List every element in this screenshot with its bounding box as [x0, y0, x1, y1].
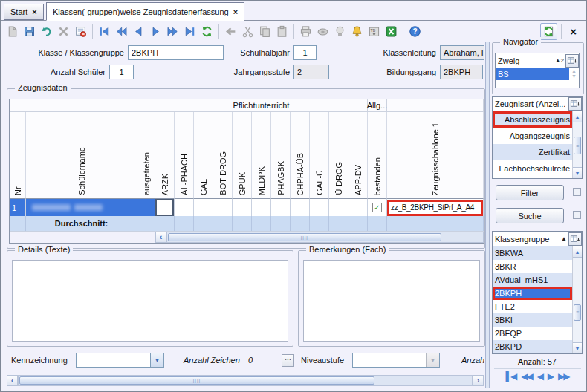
grade-cell-PHAGBK[interactable] [271, 199, 291, 216]
form-remove-icon[interactable] [73, 24, 88, 39]
grade-cell-BOT-DROG[interactable] [213, 199, 233, 216]
scroll-thumb[interactable]: |||| [168, 233, 441, 241]
tab-close-icon[interactable]: × [233, 7, 238, 16]
zweig-scrollbar[interactable]: ▲ ▼ [569, 68, 579, 88]
splitter-handle[interactable] [485, 42, 490, 388]
next-record-icon[interactable]: ▶ [548, 371, 553, 382]
bemerkungen-textarea[interactable] [303, 260, 480, 342]
klassengruppe-item[interactable]: 3BKI [493, 313, 572, 327]
excel-export-icon[interactable] [383, 24, 399, 39]
anzahl-schueler-input[interactable]: 1 [109, 65, 134, 79]
first-record-icon[interactable] [97, 24, 112, 39]
notification-bell-icon[interactable] [349, 24, 365, 39]
bestanden-checkbox[interactable]: ✓ [372, 203, 382, 212]
column-chooser-icon[interactable] [565, 54, 579, 68]
klassengruppe-item[interactable]: 2BKPH [493, 287, 572, 300]
print-icon[interactable] [298, 24, 314, 39]
fast-previous-icon[interactable]: ◀◀ [521, 371, 531, 382]
export-icon[interactable] [315, 24, 331, 39]
klassengruppe-item[interactable]: AVdual_mHS1 [493, 273, 572, 287]
chevron-down-icon[interactable]: ▼ [573, 342, 582, 353]
back-icon[interactable] [223, 24, 239, 39]
last-record-icon[interactable] [182, 24, 198, 39]
previous-record-icon[interactable]: ◀ [537, 371, 542, 382]
chevron-down-icon[interactable]: ▼ [150, 353, 163, 367]
save-icon[interactable] [22, 24, 37, 39]
grade-cell-APP-DV[interactable] [348, 199, 368, 216]
scroll-track[interactable]: |||| [18, 375, 473, 386]
zeugnisart-item[interactable]: Abschlusszeugnis [493, 111, 572, 128]
scroll-right-icon[interactable]: › [473, 375, 484, 386]
fast-next-icon[interactable]: ▶▶ [558, 371, 568, 382]
grade-cell-MEDPK[interactable] [252, 199, 271, 216]
scroll-thumb[interactable]: ≡ [574, 137, 581, 154]
klassengruppe-item[interactable]: 3BKWA [493, 246, 572, 260]
scroll-thumb[interactable]: |||| [19, 376, 374, 385]
column-chooser-icon[interactable] [568, 232, 582, 246]
grid-hscrollbar[interactable]: ‹|||| [10, 231, 484, 243]
grade-cell-GAL-Ü[interactable] [310, 199, 329, 216]
refresh-icon[interactable] [199, 24, 215, 39]
klassengruppe-item[interactable]: 2BKPD [493, 340, 572, 353]
scroll-left-icon[interactable]: ‹ [155, 232, 166, 243]
chevron-down-icon[interactable]: ▼ [573, 167, 582, 178]
next-record-icon[interactable] [148, 24, 163, 39]
scroll-track[interactable]: |||| [166, 232, 484, 243]
student-row[interactable]: 1✓zz_B_2BKPH_StPrf_A_A4 [10, 199, 484, 216]
suche-button[interactable]: Suche [496, 208, 564, 223]
close-icon[interactable]: × [565, 25, 582, 38]
details-textarea[interactable] [12, 260, 288, 342]
zeugnisart-item[interactable]: Zertifikat [493, 144, 572, 160]
filter-button[interactable]: Filter [496, 185, 564, 200]
klassengruppe-item[interactable]: 3BKR [493, 260, 572, 273]
klassengruppe-header[interactable]: Klassengruppe ▲ [493, 232, 582, 246]
zeugnisart-item[interactable]: Abgangszeugnis [493, 128, 572, 144]
chevron-up-icon[interactable]: ▲ [573, 246, 582, 258]
klassengruppe-scrollbar[interactable]: ▲ ≡ ▼ [572, 246, 582, 353]
schulhalbjahr-input[interactable]: 1 [294, 45, 317, 60]
kennzeichnung-combobox[interactable]: ▼ [76, 353, 164, 368]
fast-previous-icon[interactable] [114, 24, 129, 39]
scroll-left-icon[interactable]: ‹ [7, 375, 18, 386]
row-number-cell[interactable]: 1 [10, 199, 26, 216]
scroll-thumb[interactable]: ≡ [574, 304, 581, 321]
zeugnisart-item[interactable]: Fachhochschulreife [493, 160, 572, 177]
tab-start[interactable]: Start × [4, 4, 44, 20]
copy-icon[interactable] [257, 24, 273, 39]
help-icon[interactable]: ? [407, 24, 423, 39]
klassengruppe-item[interactable]: 2BFQP [493, 327, 572, 340]
zeugnisschablone-cell[interactable]: zz_B_2BKPH_StPrf_A_A4 [387, 199, 484, 216]
zeugnisart-header[interactable]: Zeugnisart (Anzei... [493, 97, 582, 111]
first-record-icon[interactable]: ▌◀ [505, 371, 516, 382]
grade-cell-GAL[interactable] [194, 199, 213, 216]
switch-view-icon[interactable] [540, 23, 557, 40]
column-chooser-icon[interactable] [568, 97, 582, 111]
ausgetreten-cell[interactable] [137, 199, 155, 216]
paste-icon[interactable] [274, 24, 290, 39]
grade-cell-ARZK[interactable] [155, 199, 175, 216]
grade-cell-GPUK[interactable] [233, 199, 252, 216]
bestanden-cell[interactable]: ✓ [368, 199, 387, 216]
new-record-icon[interactable] [4, 24, 20, 39]
zweig-item[interactable]: BS [496, 68, 569, 80]
grade-cell-CHPHA-ÜB[interactable] [291, 199, 310, 216]
student-name-cell-redacted[interactable] [26, 199, 137, 216]
grade-cell-Ü-DROG[interactable] [329, 199, 348, 216]
ellipsis-button[interactable]: ... [282, 354, 294, 367]
fast-next-icon[interactable] [165, 24, 181, 39]
suche-checkbox[interactable] [573, 211, 581, 219]
zweig-header[interactable]: Zweig ▲2 [496, 53, 579, 68]
hint-icon[interactable] [332, 24, 348, 39]
zeugnisart-scrollbar[interactable]: ▲ ≡ ▼ [572, 111, 582, 178]
zeugnisschablone-value[interactable]: zz_B_2BKPH_StPrf_A_A4 [387, 200, 483, 216]
main-hscrollbar[interactable]: ‹ |||| › [7, 375, 484, 386]
tab-zeugnisdatenerfassung[interactable]: Klassen(-gruppen)weise Zeugnisdatenerfas… [46, 2, 244, 21]
chevron-up-icon[interactable]: ▲ [573, 111, 582, 122]
grade-cell-AL-PHACH[interactable] [175, 199, 194, 216]
undo-icon[interactable] [39, 24, 54, 39]
cut-icon[interactable] [240, 24, 256, 39]
klassengruppe-item[interactable]: FTE2 [493, 300, 572, 313]
tab-close-icon[interactable]: × [32, 7, 36, 16]
tb-import-icon[interactable]: TB [366, 24, 382, 39]
niveaustufe-combobox[interactable]: ▼ [352, 353, 440, 368]
